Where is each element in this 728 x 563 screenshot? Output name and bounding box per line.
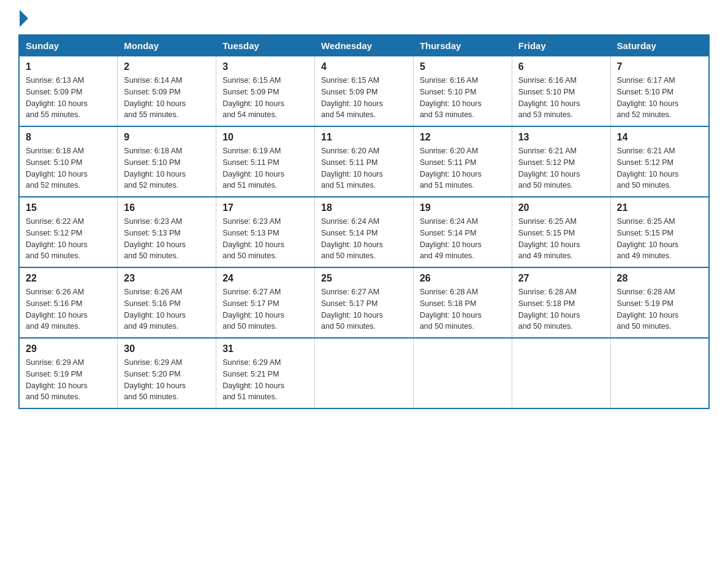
calendar-cell: 21 Sunrise: 6:25 AMSunset: 5:15 PMDaylig… [610,197,709,267]
day-info: Sunrise: 6:27 AMSunset: 5:17 PMDaylight:… [222,286,308,332]
calendar-week-row: 8 Sunrise: 6:18 AMSunset: 5:10 PMDayligh… [19,126,709,197]
day-number: 6 [518,61,604,72]
calendar-cell: 19 Sunrise: 6:24 AMSunset: 5:14 PMDaylig… [413,197,512,267]
day-number: 19 [420,202,506,213]
day-number: 26 [420,273,506,284]
column-header-monday: Monday [118,35,216,56]
column-header-sunday: Sunday [19,35,118,56]
day-info: Sunrise: 6:21 AMSunset: 5:12 PMDaylight:… [617,145,702,191]
day-number: 21 [617,202,702,213]
calendar-cell: 18 Sunrise: 6:24 AMSunset: 5:14 PMDaylig… [315,197,414,267]
day-info: Sunrise: 6:19 AMSunset: 5:11 PMDaylight:… [222,145,308,191]
day-info: Sunrise: 6:18 AMSunset: 5:10 PMDaylight:… [26,145,111,191]
day-info: Sunrise: 6:22 AMSunset: 5:12 PMDaylight:… [26,216,111,262]
calendar-cell [610,338,709,408]
day-number: 9 [124,132,210,143]
day-info: Sunrise: 6:16 AMSunset: 5:10 PMDaylight:… [518,75,604,121]
day-info: Sunrise: 6:29 AMSunset: 5:20 PMDaylight:… [124,357,210,403]
day-info: Sunrise: 6:18 AMSunset: 5:10 PMDaylight:… [124,145,210,191]
logo-arrow-icon [20,10,28,27]
calendar-header-row: SundayMondayTuesdayWednesdayThursdayFrid… [19,35,709,56]
day-number: 15 [26,202,111,213]
calendar-week-row: 1 Sunrise: 6:13 AMSunset: 5:09 PMDayligh… [19,56,709,127]
calendar-cell: 25 Sunrise: 6:27 AMSunset: 5:17 PMDaylig… [315,267,414,338]
calendar-cell: 31 Sunrise: 6:29 AMSunset: 5:21 PMDaylig… [216,338,315,408]
calendar-cell [315,338,414,408]
column-header-wednesday: Wednesday [315,35,414,56]
day-info: Sunrise: 6:25 AMSunset: 5:15 PMDaylight:… [617,216,702,262]
day-number: 23 [124,273,210,284]
day-number: 30 [124,343,210,354]
day-info: Sunrise: 6:17 AMSunset: 5:10 PMDaylight:… [617,75,702,121]
calendar-cell: 12 Sunrise: 6:20 AMSunset: 5:11 PMDaylig… [413,126,512,197]
day-number: 16 [124,202,210,213]
calendar-cell: 9 Sunrise: 6:18 AMSunset: 5:10 PMDayligh… [118,126,216,197]
calendar-cell: 20 Sunrise: 6:25 AMSunset: 5:15 PMDaylig… [512,197,610,267]
day-number: 3 [222,61,308,72]
calendar-cell: 28 Sunrise: 6:28 AMSunset: 5:19 PMDaylig… [610,267,709,338]
day-number: 18 [321,202,407,213]
day-info: Sunrise: 6:23 AMSunset: 5:13 PMDaylight:… [222,216,308,262]
day-number: 24 [222,273,308,284]
calendar-cell: 16 Sunrise: 6:23 AMSunset: 5:13 PMDaylig… [118,197,216,267]
calendar-week-row: 15 Sunrise: 6:22 AMSunset: 5:12 PMDaylig… [19,197,709,267]
calendar-cell: 10 Sunrise: 6:19 AMSunset: 5:11 PMDaylig… [216,126,315,197]
day-info: Sunrise: 6:14 AMSunset: 5:09 PMDaylight:… [124,75,210,121]
calendar-cell [512,338,610,408]
calendar-cell: 2 Sunrise: 6:14 AMSunset: 5:09 PMDayligh… [118,56,216,127]
calendar-cell: 5 Sunrise: 6:16 AMSunset: 5:10 PMDayligh… [413,56,512,127]
day-number: 7 [617,61,702,72]
day-info: Sunrise: 6:26 AMSunset: 5:16 PMDaylight:… [26,286,111,332]
day-number: 2 [124,61,210,72]
day-number: 27 [518,273,604,284]
day-number: 12 [420,132,506,143]
day-info: Sunrise: 6:20 AMSunset: 5:11 PMDaylight:… [321,145,407,191]
calendar-cell: 14 Sunrise: 6:21 AMSunset: 5:12 PMDaylig… [610,126,709,197]
calendar-cell: 24 Sunrise: 6:27 AMSunset: 5:17 PMDaylig… [216,267,315,338]
day-info: Sunrise: 6:29 AMSunset: 5:19 PMDaylight:… [26,357,111,403]
day-info: Sunrise: 6:15 AMSunset: 5:09 PMDaylight:… [321,75,407,121]
day-number: 17 [222,202,308,213]
column-header-saturday: Saturday [610,35,709,56]
day-number: 11 [321,132,407,143]
day-info: Sunrise: 6:29 AMSunset: 5:21 PMDaylight:… [222,357,308,403]
calendar-cell: 22 Sunrise: 6:26 AMSunset: 5:16 PMDaylig… [19,267,118,338]
calendar-cell: 6 Sunrise: 6:16 AMSunset: 5:10 PMDayligh… [512,56,610,127]
calendar-cell: 13 Sunrise: 6:21 AMSunset: 5:12 PMDaylig… [512,126,610,197]
day-info: Sunrise: 6:13 AMSunset: 5:09 PMDaylight:… [26,75,111,121]
day-number: 5 [420,61,506,72]
day-info: Sunrise: 6:24 AMSunset: 5:14 PMDaylight:… [420,216,506,262]
day-number: 31 [222,343,308,354]
day-info: Sunrise: 6:16 AMSunset: 5:10 PMDaylight:… [420,75,506,121]
day-number: 25 [321,273,407,284]
day-info: Sunrise: 6:26 AMSunset: 5:16 PMDaylight:… [124,286,210,332]
day-info: Sunrise: 6:28 AMSunset: 5:18 PMDaylight:… [518,286,604,332]
calendar-table: SundayMondayTuesdayWednesdayThursdayFrid… [18,34,710,409]
day-info: Sunrise: 6:23 AMSunset: 5:13 PMDaylight:… [124,216,210,262]
calendar-cell: 23 Sunrise: 6:26 AMSunset: 5:16 PMDaylig… [118,267,216,338]
calendar-cell: 15 Sunrise: 6:22 AMSunset: 5:12 PMDaylig… [19,197,118,267]
day-info: Sunrise: 6:21 AMSunset: 5:12 PMDaylight:… [518,145,604,191]
day-info: Sunrise: 6:25 AMSunset: 5:15 PMDaylight:… [518,216,604,262]
page-header [18,12,710,25]
day-info: Sunrise: 6:28 AMSunset: 5:19 PMDaylight:… [617,286,702,332]
day-number: 28 [617,273,702,284]
day-number: 8 [26,132,111,143]
calendar-cell: 30 Sunrise: 6:29 AMSunset: 5:20 PMDaylig… [118,338,216,408]
column-header-thursday: Thursday [413,35,512,56]
calendar-cell: 8 Sunrise: 6:18 AMSunset: 5:10 PMDayligh… [19,126,118,197]
calendar-cell: 1 Sunrise: 6:13 AMSunset: 5:09 PMDayligh… [19,56,118,127]
day-number: 22 [26,273,111,284]
calendar-cell: 3 Sunrise: 6:15 AMSunset: 5:09 PMDayligh… [216,56,315,127]
column-header-friday: Friday [512,35,610,56]
calendar-cell: 27 Sunrise: 6:28 AMSunset: 5:18 PMDaylig… [512,267,610,338]
day-info: Sunrise: 6:15 AMSunset: 5:09 PMDaylight:… [222,75,308,121]
day-number: 14 [617,132,702,143]
day-number: 10 [222,132,308,143]
calendar-cell: 26 Sunrise: 6:28 AMSunset: 5:18 PMDaylig… [413,267,512,338]
day-number: 20 [518,202,604,213]
day-number: 4 [321,61,407,72]
logo [18,12,64,25]
day-info: Sunrise: 6:27 AMSunset: 5:17 PMDaylight:… [321,286,407,332]
day-number: 1 [26,61,111,72]
